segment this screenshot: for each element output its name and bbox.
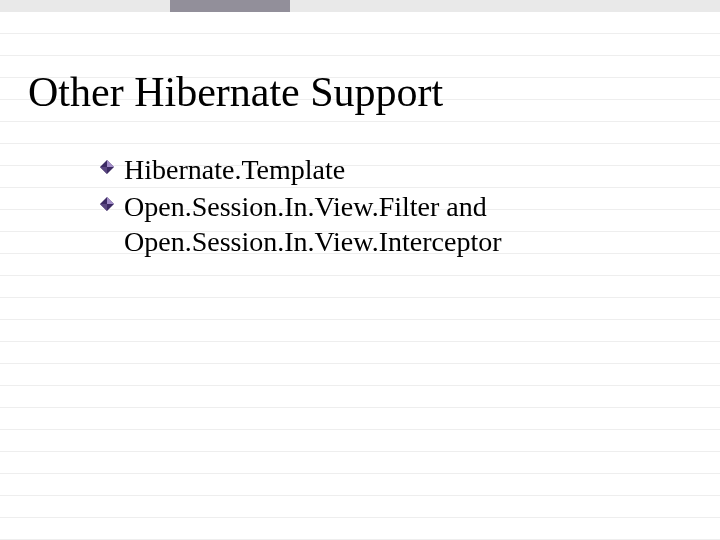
svg-marker-2 (100, 167, 107, 174)
top-bar-accent (170, 0, 290, 12)
svg-marker-5 (100, 204, 107, 211)
diamond-bullet-icon (100, 197, 114, 211)
bullet-text: Hibernate.Template (124, 154, 345, 185)
svg-marker-4 (107, 197, 114, 204)
bullet-list: Hibernate.Template Open.Session.In.View.… (100, 152, 660, 261)
list-item: Hibernate.Template (100, 152, 660, 187)
top-bar (0, 0, 720, 12)
slide-content: Other Hibernate Support Hibernate.Templa… (0, 12, 720, 540)
bullet-text: Open.Session.In.View.Filter and Open.Ses… (124, 191, 502, 257)
diamond-bullet-icon (100, 160, 114, 174)
list-item: Open.Session.In.View.Filter and Open.Ses… (100, 189, 660, 259)
slide-title: Other Hibernate Support (28, 68, 443, 116)
svg-marker-1 (107, 160, 114, 167)
